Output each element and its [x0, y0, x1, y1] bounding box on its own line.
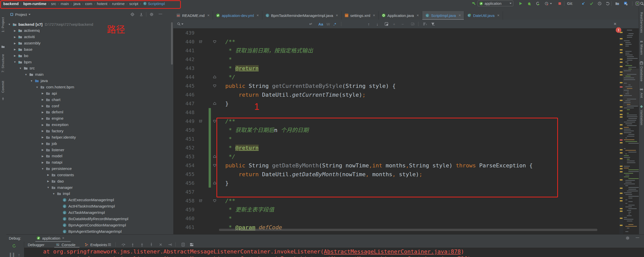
- words-toggle[interactable]: W: [326, 20, 330, 28]
- stripe-warning-mark[interactable]: [620, 188, 623, 189]
- stripe-warning-mark[interactable]: [620, 44, 623, 45]
- stop-button-icon[interactable]: [557, 1, 562, 6]
- tree-item-bpmagentsettingmanagerimpl[interactable]: CBpmAgentSettingManagerImpl: [6, 228, 173, 234]
- tab-settings-xml[interactable]: <>settings.xml✕: [342, 11, 379, 20]
- stripe-warning-mark[interactable]: [620, 158, 623, 159]
- stripe-warning-mark[interactable]: [620, 197, 623, 199]
- line-number[interactable]: 441: [173, 46, 194, 55]
- stripe-error-mark[interactable]: [620, 139, 623, 141]
- tree-item-factory[interactable]: ▶factory: [6, 128, 173, 134]
- stripe-warning-mark[interactable]: [620, 95, 623, 96]
- profiler-caret-icon[interactable]: [550, 3, 552, 4]
- tree-item-acthitaskinstmanagerimpl[interactable]: CActHiTaskInstManagerImpl: [6, 203, 173, 210]
- match-case-toggle[interactable]: Aa: [318, 20, 323, 28]
- tree-toggle-icon[interactable]: ▶: [41, 92, 45, 95]
- code-line-440[interactable]: 440 /**: [173, 37, 619, 46]
- code-line-453[interactable]: 453 */: [173, 152, 619, 161]
- tree-toggle-icon[interactable]: ▶: [41, 142, 45, 145]
- regex-toggle[interactable]: .*: [333, 20, 336, 28]
- tree-item-activiti[interactable]: ▶activiti: [6, 34, 173, 40]
- tree-item-impl[interactable]: ▼impl: [6, 191, 173, 197]
- scroll-to-top-icon[interactable]: ↑: [18, 253, 20, 257]
- add-occurrence-icon[interactable]: +: [393, 20, 395, 28]
- line-number[interactable]: 459: [173, 205, 194, 214]
- remove-occurrence-icon[interactable]: −: [402, 20, 404, 28]
- stripe-warning-mark[interactable]: [620, 52, 623, 53]
- tree-item-helper-identity[interactable]: ▶helper.identity: [6, 134, 173, 140]
- debug-hide-icon[interactable]: —: [636, 235, 639, 239]
- tab-close-icon[interactable]: ✕: [207, 14, 210, 17]
- tab-close-icon[interactable]: ✕: [497, 14, 499, 17]
- code-line-450[interactable]: 450 * 获取某个日期后n 个月的日期: [173, 126, 619, 135]
- debug-options-menu-icon[interactable]: [107, 242, 111, 247]
- tree-toggle-icon[interactable]: ▶: [41, 130, 45, 132]
- stripe-warning-mark[interactable]: [620, 59, 623, 60]
- line-number[interactable]: 458: [173, 196, 194, 205]
- tree-item-engine[interactable]: ▶engine: [6, 115, 173, 122]
- evaluate-expression-icon[interactable]: [181, 242, 185, 247]
- tab-close-icon[interactable]: ✕: [257, 14, 259, 17]
- line-number[interactable]: 457: [173, 188, 194, 196]
- line-number[interactable]: 455: [173, 170, 194, 179]
- tree-toggle-icon[interactable]: ▶: [41, 98, 45, 101]
- find-input[interactable]: [185, 21, 302, 27]
- code-line-445[interactable]: 445 public String getCurrentDateByStyle(…: [173, 82, 619, 90]
- git-history-icon[interactable]: [597, 1, 602, 6]
- line-number[interactable]: 446: [173, 90, 194, 99]
- code-line-452[interactable]: 452 * @return: [173, 143, 619, 152]
- tree-toggle-icon[interactable]: ▼: [30, 80, 34, 82]
- stripe-warning-mark[interactable]: [620, 152, 623, 153]
- tree-toggle-icon[interactable]: ▼: [24, 73, 28, 76]
- tree-toggle-icon[interactable]: ▶: [46, 180, 50, 183]
- step-into-icon[interactable]: [130, 242, 135, 247]
- stripe-warning-mark[interactable]: [620, 171, 623, 172]
- stripe-warning-mark[interactable]: [620, 218, 623, 219]
- build-icon[interactable]: [471, 1, 476, 6]
- run-configuration-select[interactable]: application: [478, 1, 513, 6]
- tree-item-com-hotent-bpm[interactable]: ▼com.hotent.bpm: [6, 84, 173, 90]
- stripe-warning-mark[interactable]: [620, 106, 623, 108]
- tree-toggle-icon[interactable]: ▼: [41, 167, 45, 170]
- tree-item-natapi[interactable]: ▶natapi: [6, 159, 173, 166]
- console-output[interactable]: at org.springframework.jms.listener.Abst…: [24, 248, 644, 257]
- rerun-button[interactable]: [12, 244, 16, 248]
- tree-toggle-icon[interactable]: ▼: [35, 86, 39, 89]
- code-line-460[interactable]: 460 *: [173, 214, 619, 223]
- force-step-into-icon[interactable]: [140, 242, 144, 247]
- find-in-selection-icon[interactable]: [384, 20, 388, 28]
- line-number[interactable]: 449: [173, 117, 194, 126]
- line-number[interactable]: 461: [173, 223, 194, 232]
- drop-frame-icon[interactable]: [158, 242, 163, 247]
- tree-item-bodatamodifyrecordmanagerimpl[interactable]: CBoDataModifyRecordManagerImpl: [6, 216, 173, 222]
- tree-toggle-icon[interactable]: ▶: [13, 48, 17, 51]
- stripe-warning-mark[interactable]: [620, 168, 623, 169]
- tree-item-constants[interactable]: ▶constants: [6, 172, 173, 178]
- code-line-448[interactable]: 448: [173, 108, 619, 117]
- line-number[interactable]: 453: [173, 152, 194, 161]
- stripe-warning-mark[interactable]: [620, 100, 623, 101]
- stripe-warning-mark[interactable]: [620, 200, 623, 201]
- tool-button-commit[interactable]: Commit: [0, 81, 6, 106]
- remote-host-icon[interactable]: [615, 1, 620, 6]
- tree-item-activemq[interactable]: ▶activemq: [6, 28, 173, 34]
- tree-toggle-icon[interactable]: ▶: [41, 123, 45, 126]
- code-line-457[interactable]: 457: [173, 188, 619, 196]
- line-number[interactable]: 456: [173, 179, 194, 188]
- project-tree-scrollbar[interactable]: [171, 22, 173, 65]
- stripe-warning-mark[interactable]: [620, 208, 623, 209]
- stripe-warning-mark[interactable]: [620, 124, 623, 125]
- tree-toggle-icon[interactable]: ▶: [13, 42, 17, 45]
- tab-close-icon[interactable]: ✕: [416, 14, 419, 17]
- minimap[interactable]: [623, 28, 639, 234]
- code-line-451[interactable]: 451 *: [173, 135, 619, 143]
- code-editor[interactable]: 439440 /**441 * 获取当前日期，按指定格式输出442 *443 *…: [173, 28, 619, 234]
- tree-item-exception[interactable]: ▶exception: [6, 122, 173, 128]
- line-number[interactable]: 442: [173, 55, 194, 64]
- coverage-button-icon[interactable]: [536, 1, 540, 6]
- tab-close-icon[interactable]: ✕: [336, 14, 338, 17]
- tree-item-actexecutionmanagerimpl[interactable]: CActExecutionManagerImpl: [6, 197, 173, 203]
- tree-toggle-icon[interactable]: ▼: [52, 192, 56, 195]
- line-number[interactable]: 443: [173, 64, 194, 73]
- code-line-441[interactable]: 441 * 获取当前日期，按指定格式输出: [173, 46, 619, 55]
- restore-layout-icon[interactable]: [189, 242, 194, 247]
